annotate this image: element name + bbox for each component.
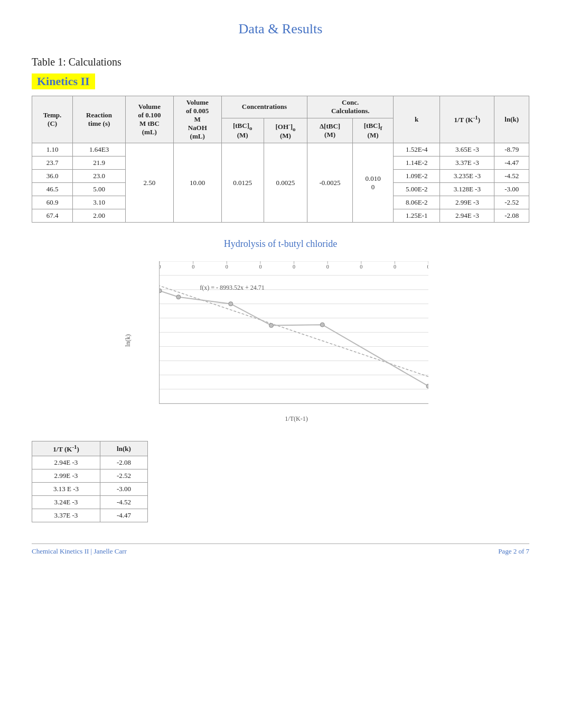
bt-cell-lnk: -3.00 bbox=[100, 483, 147, 496]
cell-time: 21.9 bbox=[73, 156, 126, 170]
bt-cell-lnk: -2.08 bbox=[100, 456, 147, 469]
chart-area: 0.0000-1.0000-2.0000-3.0000-4.0000-5.000… bbox=[159, 261, 428, 404]
kinetics-label: Kinetics II bbox=[32, 73, 95, 89]
svg-text:0: 0 bbox=[293, 264, 295, 270]
cell-lnk: -3.00 bbox=[494, 183, 529, 196]
col-delta-tbc: Δ[tBC](M) bbox=[307, 118, 353, 143]
col-tbc-f: [tBC]f(M) bbox=[352, 118, 393, 143]
cell-oh-o: 0.0025 bbox=[264, 143, 307, 223]
table-row: 1.101.64E32.5010.000.01250.0025-0.00250.… bbox=[32, 143, 529, 156]
cell-inv-t: 3.65E -3 bbox=[440, 143, 494, 156]
col-temp: Temp.(C) bbox=[32, 96, 73, 143]
x-axis-label: 1/T(K-1) bbox=[285, 415, 307, 423]
cell-temp: 60.9 bbox=[32, 196, 73, 209]
list-item: 2.94E -3-2.08 bbox=[32, 456, 148, 469]
cell-tbc-o: 0.0125 bbox=[221, 143, 264, 223]
chart-container: ln(k) 0.0000-1.0000-2.0000-3.0000-4.0000… bbox=[122, 256, 439, 425]
list-item: 3.37E -3-4.47 bbox=[32, 509, 148, 522]
svg-text:0: 0 bbox=[360, 264, 362, 270]
cell-inv-t: 2.94E -3 bbox=[440, 209, 494, 223]
chart-title: Hydrolysis of t-butyl chloride bbox=[32, 238, 529, 250]
svg-text:0: 0 bbox=[226, 264, 228, 270]
bt-cell-lnk: -4.52 bbox=[100, 496, 147, 509]
page-title: Data & Results bbox=[32, 21, 529, 37]
svg-point-42 bbox=[320, 322, 324, 327]
bt-cell-lnk: -4.47 bbox=[100, 509, 147, 522]
bottom-table: 1/T (K-1) ln(k) 2.94E -3-2.082.99E -3-2.… bbox=[32, 441, 148, 522]
col-time: Reactiontime (s) bbox=[73, 96, 126, 143]
col-vol-tbc: Volumeof 0.100M tBC(mL) bbox=[125, 96, 173, 143]
svg-text:0: 0 bbox=[394, 264, 396, 270]
cell-k: 8.06E-2 bbox=[394, 196, 440, 209]
col-tbc-o: [tBC]o(M) bbox=[221, 118, 264, 143]
cell-time: 3.10 bbox=[73, 196, 126, 209]
cell-temp: 23.7 bbox=[32, 156, 73, 170]
col-conc-calc: Conc.Calculations. bbox=[307, 96, 394, 118]
cell-naoh: 10.00 bbox=[173, 143, 221, 223]
svg-point-44 bbox=[229, 302, 233, 306]
y-axis-label: ln(k) bbox=[124, 334, 132, 346]
bt-cell-inv-t: 3.13 E -3 bbox=[32, 483, 100, 496]
bt-cell-lnk: -2.52 bbox=[100, 469, 147, 483]
cell-time: 1.64E3 bbox=[73, 143, 126, 156]
list-item: 3.24E -3-4.52 bbox=[32, 496, 148, 509]
cell-temp: 1.10 bbox=[32, 143, 73, 156]
svg-text:f(x) = - 8993.52x + 24.71: f(x) = - 8993.52x + 24.71 bbox=[200, 284, 265, 291]
cell-k: 1.14E-2 bbox=[394, 156, 440, 170]
bt-cell-inv-t: 2.99E -3 bbox=[32, 469, 100, 483]
cell-vol: 2.50 bbox=[125, 143, 173, 223]
bt-cell-inv-t: 2.94E -3 bbox=[32, 456, 100, 469]
section-title: Table 1: Calculations bbox=[32, 56, 529, 68]
list-item: 2.99E -3-2.52 bbox=[32, 469, 148, 483]
footer-right: Page 2 of 7 bbox=[498, 547, 529, 556]
bt-col-lnk: ln(k) bbox=[100, 441, 147, 456]
svg-text:0: 0 bbox=[160, 264, 161, 270]
col-k: k bbox=[394, 96, 440, 143]
cell-temp: 67.4 bbox=[32, 209, 73, 223]
list-item: 3.13 E -3-3.00 bbox=[32, 483, 148, 496]
cell-k: 1.09E-2 bbox=[394, 170, 440, 183]
cell-k: 5.00E-2 bbox=[394, 183, 440, 196]
cell-time: 23.0 bbox=[73, 170, 126, 183]
cell-temp: 46.5 bbox=[32, 183, 73, 196]
svg-point-45 bbox=[176, 295, 181, 299]
chart-section: Hydrolysis of t-butyl chloride ln(k) 0.0… bbox=[32, 238, 529, 425]
bt-cell-inv-t: 3.37E -3 bbox=[32, 509, 100, 522]
footer: Chemical Kinetics II | Janelle Carr Page… bbox=[32, 543, 529, 556]
svg-text:0: 0 bbox=[192, 264, 194, 270]
svg-point-46 bbox=[160, 289, 162, 293]
svg-text:0: 0 bbox=[427, 264, 429, 270]
calculations-table: Temp.(C) Reactiontime (s) Volumeof 0.100… bbox=[32, 96, 529, 223]
bt-cell-inv-t: 3.24E -3 bbox=[32, 496, 100, 509]
cell-lnk: -4.52 bbox=[494, 170, 529, 183]
cell-lnk: -4.47 bbox=[494, 156, 529, 170]
cell-k: 1.52E-4 bbox=[394, 143, 440, 156]
col-oh-o: [OH-]o(M) bbox=[264, 118, 307, 143]
svg-point-41 bbox=[426, 384, 428, 388]
bt-col-inv-t: 1/T (K-1) bbox=[32, 441, 100, 456]
cell-lnk: -2.52 bbox=[494, 196, 529, 209]
cell-time: 5.00 bbox=[73, 183, 126, 196]
svg-text:0: 0 bbox=[326, 264, 329, 270]
col-vol-naoh: Volumeof 0.005MNaOH(mL) bbox=[173, 96, 221, 143]
col-inv-t: 1/T (K-1) bbox=[440, 96, 494, 143]
footer-left: Chemical Kinetics II | Janelle Carr bbox=[32, 547, 127, 556]
col-lnk: ln(k) bbox=[494, 96, 529, 143]
cell-inv-t: 2.99E -3 bbox=[440, 196, 494, 209]
svg-point-43 bbox=[269, 324, 273, 328]
cell-temp: 36.0 bbox=[32, 170, 73, 183]
cell-time: 2.00 bbox=[73, 209, 126, 223]
cell-tbcf: 0.0100 bbox=[352, 143, 393, 223]
cell-inv-t: 3.235E -3 bbox=[440, 170, 494, 183]
col-concentrations: Concentrations bbox=[221, 96, 307, 118]
cell-k: 1.25E-1 bbox=[394, 209, 440, 223]
cell-inv-t: 3.128E -3 bbox=[440, 183, 494, 196]
cell-delta: -0.0025 bbox=[307, 143, 353, 223]
cell-lnk: -8.79 bbox=[494, 143, 529, 156]
cell-inv-t: 3.37E -3 bbox=[440, 156, 494, 170]
svg-text:0: 0 bbox=[259, 264, 261, 270]
cell-lnk: -2.08 bbox=[494, 209, 529, 223]
